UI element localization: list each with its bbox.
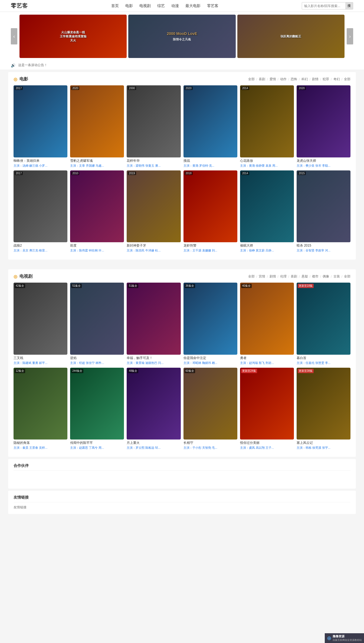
year-badge: 更新至18集 <box>298 284 314 288</box>
movie-actors: 主演：陈伟霆 钟欣桐 许... <box>70 248 124 253</box>
movie-poster-bg <box>297 170 350 243</box>
tv-filter-mystery[interactable]: 悬疑 <box>301 274 308 279</box>
list-item[interactable]: 更新至38集塞上风云记主演：韩栋 徐梵溪 张宇... <box>297 368 350 450</box>
nav-home[interactable]: 首页 <box>111 4 119 8</box>
list-item[interactable]: 2018龙虾刑警主演：王千源 袁姗姗 刘... <box>183 170 237 253</box>
list-item[interactable]: 48集全月上重火主演：罗云熙 陈柘远 邹... <box>127 368 181 450</box>
list-item[interactable]: 2014心花路放主演：黄渤 徐静蕾 袁泉 周... <box>240 85 294 168</box>
friend-links-list: 友情链接 <box>14 505 350 510</box>
movie-actors: 主演：吴京 弗兰克·格雷... <box>14 248 67 253</box>
movie-title: 心花路放 <box>240 159 294 163</box>
movie-title: 怪你过分美丽 <box>240 441 294 445</box>
movie-actors: 主演：于小彤 关智尧 毛... <box>183 446 237 450</box>
movie-actors: 主演：黄渤 罗伯特·克... <box>183 164 237 168</box>
tv-section-title: ◎ 电视剧 <box>14 274 32 279</box>
movie-title: 催眠大师 <box>240 243 294 248</box>
movie-filter-all1[interactable]: 全部 <box>248 77 255 82</box>
list-item[interactable]: 2014催眠大师主演：徐峥 莫文蔚 吕静... <box>240 170 294 253</box>
list-item[interactable]: 2020雪豹之虎啸军魂主演：文章 齐国娜 马越... <box>70 85 124 168</box>
list-item[interactable]: 更新至18集暮白首主演：任嘉伦 张慧雯 李... <box>297 283 350 365</box>
tv-filter-all1[interactable]: 全部 <box>248 274 255 279</box>
list-item[interactable]: 60集全长相守主演：于小彤 关智尧 毛... <box>183 368 237 450</box>
movie-title: 暗杀 2015 <box>297 243 350 248</box>
year-badge: 36集全 <box>185 284 195 288</box>
friend-link-0[interactable]: 友情链接 <box>14 505 27 510</box>
tv-filter-costume[interactable]: 古装 <box>333 274 340 279</box>
tv-grid: 42集全三叉戟主演：陈建斌 董勇 郝平...51集全逆焰主演：经超 张佳宁 林矜… <box>14 283 350 450</box>
banner-left-arrow[interactable]: ‹ <box>11 28 17 44</box>
movie-actors: 主演：陈建斌 董勇 郝平... <box>14 361 67 365</box>
banner-item-0[interactable]: 火山爆发命悬一线王学斯晨途绝境冒险天火 <box>19 15 127 58</box>
movie-filter-drama[interactable]: 剧情 <box>312 77 319 82</box>
movie-title: 龙虎山张天师 <box>297 159 350 163</box>
banner-text-2: 张距离的翻船王 <box>278 32 303 41</box>
movie-title: 你是我命中注定 <box>183 356 237 360</box>
movie-actors: 主演：王千源 袁姗姗 刘... <box>183 248 237 253</box>
nav-tv[interactable]: 电视剧 <box>139 4 151 8</box>
banner-poster-1: 2000 MooD LovE 陈情令之凡魂 <box>128 15 235 58</box>
list-item[interactable]: 2010前度主演：陈伟霆 钟欣桐 许... <box>70 170 124 253</box>
list-item[interactable]: 2017蜘蛛侠：英雄归来主演：汤姆·赫兰德 小罗... <box>14 85 67 168</box>
movie-actors: 主演：赵鸿瑞 殷飞 刑岩... <box>240 361 294 365</box>
list-item[interactable]: 40集全勇者主演：赵鸿瑞 殷飞 刑岩... <box>240 283 294 365</box>
year-badge: 2020 <box>298 86 306 90</box>
movie-title: 龙虾刑警 <box>183 243 237 248</box>
tv-filter-all2[interactable]: 全部 <box>344 274 350 279</box>
movie-poster-bg <box>183 85 237 157</box>
movie-filter-fantasy[interactable]: 奇幻 <box>333 77 340 82</box>
tv-filter-idol[interactable]: 偶像 <box>323 274 329 279</box>
movie-filter-all2[interactable]: 全部 <box>344 77 350 82</box>
tv-filter-palace[interactable]: 宫情 <box>259 274 265 279</box>
list-item[interactable]: 2020搜战主演：黄渤 罗伯特·克... <box>183 85 237 168</box>
nav-zeroartclient[interactable]: 零艺客 <box>207 4 218 8</box>
movie-filter-horror[interactable]: 恐怖 <box>291 77 297 82</box>
banner-section: ‹ 火山爆发命悬一线王学斯晨途绝境冒险天火 2000 MooD LovE 陈情令… <box>0 12 364 61</box>
movie-filter-crime[interactable]: 犯罪 <box>323 77 329 82</box>
list-item[interactable]: 12集全隐秘的角落主演：秦昊 王景春 吴样... <box>14 368 67 450</box>
nav-bigmovie[interactable]: 最大电影 <box>185 4 201 8</box>
notice-icon: 🔊 <box>11 63 15 67</box>
list-item[interactable]: 2019新封神姜子牙主演：陈浩民 牛泽赫 杜... <box>127 170 181 253</box>
banner-right-arrow[interactable]: › <box>347 28 353 44</box>
tv-section-header: ◎ 电视剧 全部 / 宫情 / 剧情 / 伦理 / 喜剧 / 悬疑 / 都市 /… <box>14 274 350 279</box>
tv-filter-ethics[interactable]: 伦理 <box>280 274 287 279</box>
movie-title: 蜘蛛侠：英雄归来 <box>14 159 67 163</box>
year-badge: 51集全 <box>71 284 82 288</box>
movie-title: 传闻中的陈芊芊 <box>70 441 124 445</box>
movie-title: 塞上风云记 <box>297 441 350 445</box>
movie-filter-comedy[interactable]: 喜剧 <box>259 77 265 82</box>
nav-variety[interactable]: 综艺 <box>157 4 165 8</box>
list-item[interactable]: 2017战狼2主演：吴京 弗兰克·格雷... <box>14 170 67 253</box>
year-badge: 12集全 <box>15 369 25 373</box>
tv-filter-drama[interactable]: 剧情 <box>270 274 276 279</box>
movie-filter-scifi[interactable]: 科幻 <box>301 77 308 82</box>
list-item[interactable]: 36集全你是我命中注定主演：邓昭林 鞠婧祎 赖... <box>183 283 237 365</box>
banner-item-2[interactable]: 张距离的翻船王 <box>237 15 345 58</box>
banner-item-1[interactable]: 2000 MooD LovE 陈情令之凡魂 <box>128 15 235 58</box>
nav-movies[interactable]: 电影 <box>125 4 133 8</box>
search-box: 搜 <box>302 2 353 9</box>
list-item[interactable]: 51集全逆焰主演：经超 张佳宁 林矜... <box>70 283 124 365</box>
nav-anime[interactable]: 动漫 <box>171 4 179 8</box>
movie-poster-bg <box>297 85 350 157</box>
movie-filter-action[interactable]: 动作 <box>280 77 287 82</box>
movie-poster-bg <box>240 283 294 355</box>
movie-title: 搜战 <box>183 159 237 163</box>
year-badge: 2017 <box>15 172 23 175</box>
search-input[interactable] <box>302 3 345 9</box>
site-logo[interactable]: 零艺客 <box>11 2 28 9</box>
list-item[interactable]: 更新至24集怪你过分美丽主演：虞凤 高以翔 王子... <box>240 368 294 450</box>
search-button[interactable]: 搜 <box>345 2 353 9</box>
movie-filter-romance[interactable]: 爱情 <box>270 77 276 82</box>
list-item[interactable]: 2020龙虎山张天师主演：樊少皇 张岑 李聪... <box>297 85 350 168</box>
list-item[interactable]: 42集全三叉戟主演：陈建斌 董勇 郝平... <box>14 283 67 365</box>
list-item[interactable]: 244集全传闻中的陈芊芊主演：赵露思 丁禹兮 周... <box>70 368 124 450</box>
list-item[interactable]: 51集全幸福，触手可及！主演：黄景瑜 迪丽热巴 闫... <box>127 283 181 365</box>
movie-poster-bg <box>70 85 124 157</box>
tv-filter-city[interactable]: 都市 <box>312 274 319 279</box>
movies-section-header: ◎ 电影 全部 / 喜剧 / 爱情 / 动作 / 恐怖 / 科幻 / 剧情 / … <box>14 76 350 82</box>
movie-poster-bg <box>14 283 67 355</box>
list-item[interactable]: 2000花样年华主演：梁朝伟 张曼玉 潘... <box>127 85 181 168</box>
list-item[interactable]: 2015暗杀 2015主演：全智贤 李政宰 河... <box>297 170 350 253</box>
tv-filter-comedy[interactable]: 喜剧 <box>291 274 297 279</box>
